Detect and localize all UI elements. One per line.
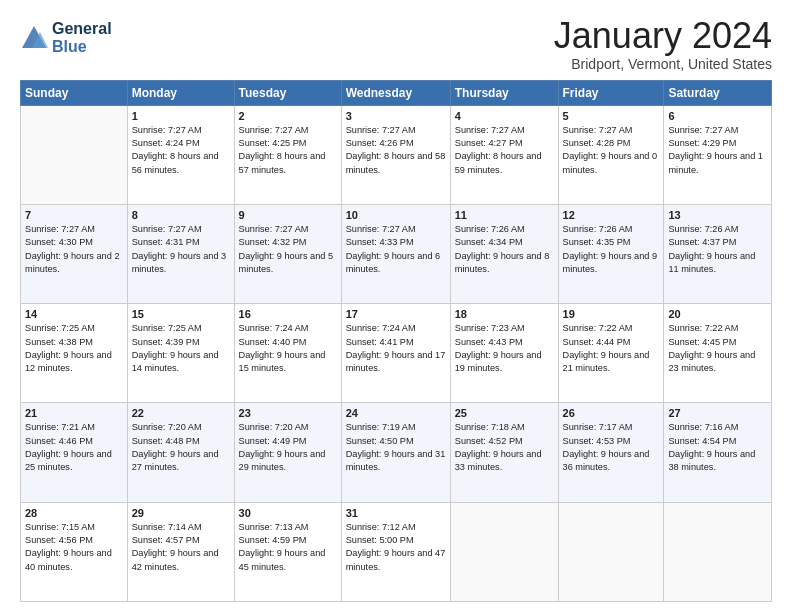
day-number: 28: [25, 507, 123, 519]
header: General Blue January 2024 Bridport, Verm…: [20, 16, 772, 72]
day-number: 9: [239, 209, 337, 221]
day-number: 8: [132, 209, 230, 221]
day-info: Sunrise: 7:27 AMSunset: 4:29 PMDaylight:…: [668, 124, 767, 177]
weekday-thursday: Thursday: [450, 80, 558, 105]
day-cell: 15 Sunrise: 7:25 AMSunset: 4:39 PMDaylig…: [127, 304, 234, 403]
day-info: Sunrise: 7:18 AMSunset: 4:52 PMDaylight:…: [455, 421, 554, 474]
weekday-tuesday: Tuesday: [234, 80, 341, 105]
week-row-5: 28 Sunrise: 7:15 AMSunset: 4:56 PMDaylig…: [21, 502, 772, 601]
day-info: Sunrise: 7:24 AMSunset: 4:41 PMDaylight:…: [346, 322, 446, 375]
logo-text-line2: Blue: [52, 38, 112, 56]
day-cell: 27 Sunrise: 7:16 AMSunset: 4:54 PMDaylig…: [664, 403, 772, 502]
day-number: 10: [346, 209, 446, 221]
day-cell: 6 Sunrise: 7:27 AMSunset: 4:29 PMDayligh…: [664, 105, 772, 204]
day-cell: 7 Sunrise: 7:27 AMSunset: 4:30 PMDayligh…: [21, 204, 128, 303]
day-cell: 18 Sunrise: 7:23 AMSunset: 4:43 PMDaylig…: [450, 304, 558, 403]
day-cell: 10 Sunrise: 7:27 AMSunset: 4:33 PMDaylig…: [341, 204, 450, 303]
day-info: Sunrise: 7:27 AMSunset: 4:30 PMDaylight:…: [25, 223, 123, 276]
day-number: 11: [455, 209, 554, 221]
weekday-wednesday: Wednesday: [341, 80, 450, 105]
day-cell: 23 Sunrise: 7:20 AMSunset: 4:49 PMDaylig…: [234, 403, 341, 502]
day-number: 20: [668, 308, 767, 320]
day-cell: 5 Sunrise: 7:27 AMSunset: 4:28 PMDayligh…: [558, 105, 664, 204]
day-number: 21: [25, 407, 123, 419]
day-cell: 28 Sunrise: 7:15 AMSunset: 4:56 PMDaylig…: [21, 502, 128, 601]
day-number: 17: [346, 308, 446, 320]
day-cell: 17 Sunrise: 7:24 AMSunset: 4:41 PMDaylig…: [341, 304, 450, 403]
day-number: 2: [239, 110, 337, 122]
day-number: 14: [25, 308, 123, 320]
day-info: Sunrise: 7:27 AMSunset: 4:31 PMDaylight:…: [132, 223, 230, 276]
day-cell: 19 Sunrise: 7:22 AMSunset: 4:44 PMDaylig…: [558, 304, 664, 403]
weekday-friday: Friday: [558, 80, 664, 105]
weekday-sunday: Sunday: [21, 80, 128, 105]
week-row-1: 1 Sunrise: 7:27 AMSunset: 4:24 PMDayligh…: [21, 105, 772, 204]
day-info: Sunrise: 7:17 AMSunset: 4:53 PMDaylight:…: [563, 421, 660, 474]
day-cell: 30 Sunrise: 7:13 AMSunset: 4:59 PMDaylig…: [234, 502, 341, 601]
day-cell: 20 Sunrise: 7:22 AMSunset: 4:45 PMDaylig…: [664, 304, 772, 403]
day-number: 5: [563, 110, 660, 122]
day-cell: 13 Sunrise: 7:26 AMSunset: 4:37 PMDaylig…: [664, 204, 772, 303]
day-cell: [558, 502, 664, 601]
day-info: Sunrise: 7:27 AMSunset: 4:32 PMDaylight:…: [239, 223, 337, 276]
day-cell: 11 Sunrise: 7:26 AMSunset: 4:34 PMDaylig…: [450, 204, 558, 303]
day-info: Sunrise: 7:27 AMSunset: 4:25 PMDaylight:…: [239, 124, 337, 177]
calendar-page: General Blue January 2024 Bridport, Verm…: [0, 0, 792, 612]
day-info: Sunrise: 7:26 AMSunset: 4:34 PMDaylight:…: [455, 223, 554, 276]
day-cell: [664, 502, 772, 601]
day-cell: 1 Sunrise: 7:27 AMSunset: 4:24 PMDayligh…: [127, 105, 234, 204]
logo: General Blue: [20, 20, 112, 55]
day-number: 23: [239, 407, 337, 419]
day-cell: 24 Sunrise: 7:19 AMSunset: 4:50 PMDaylig…: [341, 403, 450, 502]
week-row-4: 21 Sunrise: 7:21 AMSunset: 4:46 PMDaylig…: [21, 403, 772, 502]
week-row-2: 7 Sunrise: 7:27 AMSunset: 4:30 PMDayligh…: [21, 204, 772, 303]
day-info: Sunrise: 7:27 AMSunset: 4:26 PMDaylight:…: [346, 124, 446, 177]
day-info: Sunrise: 7:20 AMSunset: 4:49 PMDaylight:…: [239, 421, 337, 474]
day-number: 13: [668, 209, 767, 221]
day-number: 26: [563, 407, 660, 419]
logo-icon: [20, 24, 48, 52]
day-info: Sunrise: 7:27 AMSunset: 4:28 PMDaylight:…: [563, 124, 660, 177]
location: Bridport, Vermont, United States: [554, 56, 772, 72]
day-number: 3: [346, 110, 446, 122]
day-cell: 8 Sunrise: 7:27 AMSunset: 4:31 PMDayligh…: [127, 204, 234, 303]
day-cell: 9 Sunrise: 7:27 AMSunset: 4:32 PMDayligh…: [234, 204, 341, 303]
day-cell: [450, 502, 558, 601]
day-info: Sunrise: 7:26 AMSunset: 4:35 PMDaylight:…: [563, 223, 660, 276]
day-number: 22: [132, 407, 230, 419]
day-number: 31: [346, 507, 446, 519]
day-info: Sunrise: 7:14 AMSunset: 4:57 PMDaylight:…: [132, 521, 230, 574]
day-cell: 16 Sunrise: 7:24 AMSunset: 4:40 PMDaylig…: [234, 304, 341, 403]
day-info: Sunrise: 7:23 AMSunset: 4:43 PMDaylight:…: [455, 322, 554, 375]
day-info: Sunrise: 7:27 AMSunset: 4:24 PMDaylight:…: [132, 124, 230, 177]
day-info: Sunrise: 7:24 AMSunset: 4:40 PMDaylight:…: [239, 322, 337, 375]
day-number: 29: [132, 507, 230, 519]
day-info: Sunrise: 7:27 AMSunset: 4:33 PMDaylight:…: [346, 223, 446, 276]
day-cell: 22 Sunrise: 7:20 AMSunset: 4:48 PMDaylig…: [127, 403, 234, 502]
day-cell: 29 Sunrise: 7:14 AMSunset: 4:57 PMDaylig…: [127, 502, 234, 601]
day-number: 12: [563, 209, 660, 221]
month-title: January 2024: [554, 16, 772, 56]
day-info: Sunrise: 7:22 AMSunset: 4:44 PMDaylight:…: [563, 322, 660, 375]
day-number: 25: [455, 407, 554, 419]
calendar-table: SundayMondayTuesdayWednesdayThursdayFrid…: [20, 80, 772, 602]
day-info: Sunrise: 7:27 AMSunset: 4:27 PMDaylight:…: [455, 124, 554, 177]
day-number: 19: [563, 308, 660, 320]
day-number: 15: [132, 308, 230, 320]
day-info: Sunrise: 7:25 AMSunset: 4:38 PMDaylight:…: [25, 322, 123, 375]
day-info: Sunrise: 7:26 AMSunset: 4:37 PMDaylight:…: [668, 223, 767, 276]
day-number: 1: [132, 110, 230, 122]
day-number: 18: [455, 308, 554, 320]
day-number: 4: [455, 110, 554, 122]
weekday-monday: Monday: [127, 80, 234, 105]
day-cell: 31 Sunrise: 7:12 AMSunset: 5:00 PMDaylig…: [341, 502, 450, 601]
day-info: Sunrise: 7:15 AMSunset: 4:56 PMDaylight:…: [25, 521, 123, 574]
weekday-header-row: SundayMondayTuesdayWednesdayThursdayFrid…: [21, 80, 772, 105]
day-info: Sunrise: 7:12 AMSunset: 5:00 PMDaylight:…: [346, 521, 446, 574]
day-cell: 2 Sunrise: 7:27 AMSunset: 4:25 PMDayligh…: [234, 105, 341, 204]
day-info: Sunrise: 7:16 AMSunset: 4:54 PMDaylight:…: [668, 421, 767, 474]
day-cell: 12 Sunrise: 7:26 AMSunset: 4:35 PMDaylig…: [558, 204, 664, 303]
title-block: January 2024 Bridport, Vermont, United S…: [554, 16, 772, 72]
weekday-saturday: Saturday: [664, 80, 772, 105]
day-info: Sunrise: 7:20 AMSunset: 4:48 PMDaylight:…: [132, 421, 230, 474]
